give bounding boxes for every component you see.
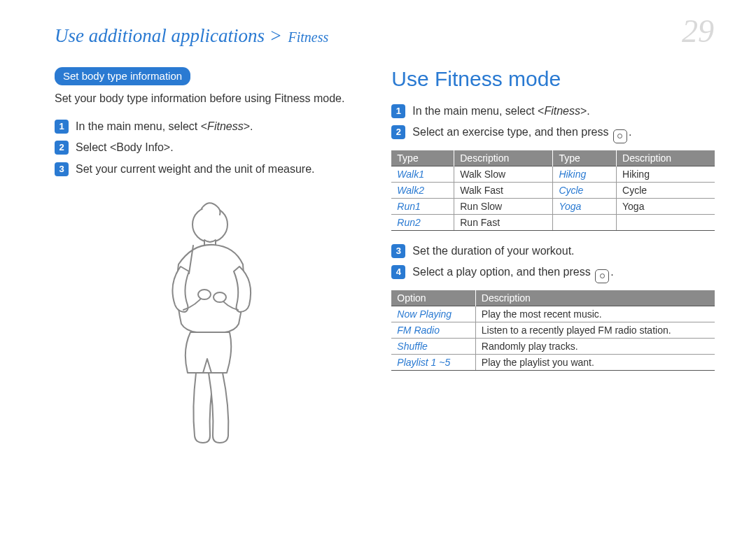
svg-point-1: [198, 290, 211, 299]
intro-text: Set your body type information before us…: [55, 92, 358, 105]
table-header: Description: [475, 290, 715, 306]
right-step-3: 3 Set the duration of your workout.: [391, 243, 715, 259]
step-text: Set the duration of your workout.: [412, 243, 715, 259]
runner-illustration: [55, 198, 358, 467]
table-row: FM Radio Listen to a recently played FM …: [391, 322, 715, 338]
table-header: Option: [391, 290, 475, 306]
section-title: Use Fitness mode: [391, 67, 715, 91]
runner-icon: [126, 198, 287, 464]
right-column: Use Fitness mode 1 In the main menu, sel…: [391, 67, 715, 467]
play-option-table: Option Description Now Playing Play the …: [391, 290, 715, 371]
step-text: Select a play option, and then press .: [412, 264, 715, 283]
page-header: Use additional applications > Fitness 29: [55, 15, 714, 48]
breadcrumb-main: Use additional applications >: [55, 25, 282, 46]
step-text: Set your current weight and the unit of …: [76, 162, 358, 177]
table-row: Playlist 1 ~5 Play the playlist you want…: [391, 354, 715, 370]
table-header: Description: [617, 150, 715, 166]
left-column: Set body type information Set your body …: [55, 67, 358, 467]
step-text: Select <Body Info>.: [76, 140, 358, 155]
breadcrumb: Use additional applications > Fitness: [55, 25, 328, 47]
step-number-icon: 4: [391, 265, 405, 279]
table-header-row: Type Description Type Description: [391, 150, 715, 166]
left-step-1: 1 In the main menu, select <Fitness>.: [55, 119, 358, 134]
step-text: In the main menu, select <Fitness>.: [412, 104, 715, 119]
right-step-2: 2 Select an exercise type, and then pres…: [391, 125, 715, 143]
right-step-1: 1 In the main menu, select <Fitness>.: [391, 104, 715, 119]
select-button-icon: [613, 129, 627, 143]
step-number-icon: 1: [55, 120, 69, 134]
table-row: Now Playing Play the most recent music.: [391, 306, 715, 322]
left-step-3: 3 Set your current weight and the unit o…: [55, 162, 358, 177]
table-header: Type: [391, 150, 454, 166]
step-text: In the main menu, select <Fitness>.: [76, 119, 358, 134]
right-step-4: 4 Select a play option, and then press .: [391, 264, 715, 283]
table-header: Type: [553, 150, 617, 166]
table-header-row: Option Description: [391, 290, 715, 306]
step-number-icon: 2: [391, 125, 405, 139]
section-pill: Set body type information: [55, 67, 190, 85]
step-number-icon: 3: [55, 162, 69, 176]
page-number: 29: [682, 15, 714, 48]
table-row: Walk2 Walk Fast Cycle Cycle: [391, 182, 715, 198]
table-row: Shuffle Randomly play tracks.: [391, 338, 715, 354]
step-number-icon: 1: [391, 104, 405, 118]
step-text: Select an exercise type, and then press …: [412, 125, 715, 143]
step-number-icon: 2: [55, 141, 69, 155]
table-row: Run2 Run Fast: [391, 214, 715, 230]
svg-point-2: [214, 292, 226, 302]
svg-point-0: [192, 207, 227, 242]
table-row: Run1 Run Slow Yoga Yoga: [391, 198, 715, 214]
step-number-icon: 3: [391, 244, 405, 258]
table-row: Walk1 Walk Slow Hiking Hiking: [391, 166, 715, 182]
exercise-type-table: Type Description Type Description Walk1 …: [391, 150, 715, 231]
table-header: Description: [454, 150, 553, 166]
left-step-2: 2 Select <Body Info>.: [55, 140, 358, 155]
select-button-icon: [595, 269, 609, 283]
breadcrumb-sub: Fitness: [288, 29, 328, 45]
